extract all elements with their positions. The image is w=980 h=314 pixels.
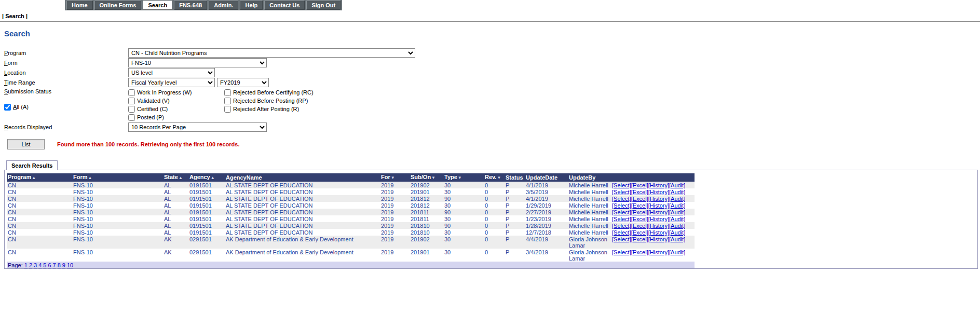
rejected-before-posting-rp-row[interactable]: Rejected Before Posting (RP) (224, 97, 314, 105)
program-select[interactable]: CN - Child Nutrition Programs (128, 48, 415, 58)
column-header-agency[interactable]: Agency▲ (188, 173, 225, 182)
rejected-before-certifying-rc-row[interactable]: Rejected Before Certifying (RC) (224, 88, 314, 97)
audit-link[interactable]: [Audit] (669, 236, 685, 242)
select-link[interactable]: [Select] (612, 229, 631, 236)
history-link[interactable]: [History] (648, 223, 669, 229)
column-header-program[interactable]: Program▲ (7, 173, 72, 182)
history-link[interactable]: [History] (648, 196, 669, 202)
list-button[interactable]: List (7, 139, 45, 149)
select-link[interactable]: [Select] (612, 182, 631, 188)
audit-link[interactable]: [Audit] (669, 223, 685, 229)
validated-v-checkbox[interactable] (128, 98, 135, 104)
cell-rev: 0 (484, 209, 505, 215)
page-link-10[interactable]: 10 (67, 262, 73, 268)
column-header-agencyname[interactable]: AgencyName (225, 173, 380, 182)
rejected-before-certifying-rc-checkbox[interactable] (224, 89, 231, 96)
cell-agency: 0291501 (188, 249, 225, 262)
audit-link[interactable]: [Audit] (669, 209, 685, 215)
location-select[interactable]: US level (128, 68, 215, 77)
select-link[interactable]: [Select] (612, 209, 631, 215)
history-link[interactable]: [History] (648, 202, 669, 209)
time-range-period-select[interactable]: FY2019 (217, 78, 269, 87)
records-displayed-select[interactable]: 10 Records Per Page (128, 122, 267, 132)
form-select[interactable]: FNS-10 (128, 58, 267, 67)
select-link[interactable]: [Select] (612, 196, 631, 202)
posted-p-row[interactable]: Posted (P) (128, 113, 224, 121)
history-link[interactable]: [History] (648, 229, 669, 236)
history-link[interactable]: [History] (648, 209, 669, 215)
posted-p-checkbox[interactable] (128, 114, 135, 121)
page-link-9[interactable]: 9 (62, 262, 65, 268)
excel-link[interactable]: [Excel] (631, 196, 648, 202)
nav-admin-button[interactable]: Admin. (209, 1, 238, 10)
page-link-3[interactable]: 3 (34, 262, 37, 268)
cell-type: 30 (443, 249, 484, 262)
audit-link[interactable]: [Audit] (669, 189, 685, 195)
page-link-7[interactable]: 7 (53, 262, 56, 268)
validated-v-row[interactable]: Validated (V) (128, 97, 224, 105)
excel-link[interactable]: [Excel] (631, 223, 648, 229)
history-link[interactable]: [History] (648, 249, 669, 255)
select-link[interactable]: [Select] (612, 249, 631, 255)
select-link[interactable]: [Select] (612, 223, 631, 229)
select-link[interactable]: [Select] (612, 216, 631, 222)
column-header-updateby[interactable]: UpdateBy (568, 173, 611, 182)
column-header-type[interactable]: Type▼ (443, 173, 484, 182)
all-checkbox-row[interactable]: All (A) (4, 103, 128, 111)
page-link-4[interactable]: 4 (38, 262, 42, 268)
select-link[interactable]: [Select] (612, 236, 631, 242)
nav-fns-648-button[interactable]: FNS-648 (174, 1, 207, 10)
page-link-2[interactable]: 2 (29, 262, 32, 268)
history-link[interactable]: [History] (648, 182, 669, 188)
page-link-1[interactable]: 1 (24, 262, 28, 268)
column-header-form[interactable]: Form▲ (72, 173, 163, 182)
work-in-progress-w-checkbox[interactable] (128, 89, 135, 96)
cell-type: 90 (443, 222, 484, 229)
time-range-level-select[interactable]: Fiscal Yearly level (128, 78, 215, 87)
all-checkbox[interactable] (4, 104, 11, 111)
nav-contact-us-button[interactable]: Contact Us (264, 1, 305, 10)
nav-help-button[interactable]: Help (240, 1, 263, 10)
excel-link[interactable]: [Excel] (631, 236, 648, 242)
excel-link[interactable]: [Excel] (631, 189, 648, 195)
column-header-state[interactable]: State▲ (163, 173, 188, 182)
audit-link[interactable]: [Audit] (669, 216, 685, 222)
nav-sign-out-button[interactable]: Sign Out (306, 1, 341, 10)
select-link[interactable]: [Select] (612, 202, 631, 209)
audit-link[interactable]: [Audit] (669, 229, 685, 236)
column-header-for[interactable]: For▼ (380, 173, 410, 182)
page-link-6[interactable]: 6 (48, 262, 51, 268)
nav-online-forms-button[interactable]: Online Forms (94, 1, 142, 10)
excel-link[interactable]: [Excel] (631, 229, 648, 236)
excel-link[interactable]: [Excel] (631, 182, 648, 188)
column-header-updatedate[interactable]: UpdateDate (525, 173, 568, 182)
cell-for-year: 2019 (380, 215, 410, 222)
audit-link[interactable]: [Audit] (669, 249, 685, 255)
certified-c-checkbox[interactable] (128, 106, 135, 113)
column-header-rev[interactable]: Rev.▼ (484, 173, 505, 182)
excel-link[interactable]: [Excel] (631, 249, 648, 255)
rejected-after-posting-r-row[interactable]: Rejected After Posting (R) (224, 105, 314, 113)
excel-link[interactable]: [Excel] (631, 209, 648, 215)
page-link-5[interactable]: 5 (43, 262, 46, 268)
excel-link[interactable]: [Excel] (631, 216, 648, 222)
certified-c-row[interactable]: Certified (C) (128, 105, 224, 113)
search-results-tab[interactable]: Search Results (6, 160, 58, 170)
rejected-after-posting-r-checkbox[interactable] (224, 106, 231, 113)
excel-link[interactable]: [Excel] (631, 202, 648, 209)
nav-home-button[interactable]: Home (66, 1, 93, 10)
cell-program: CN (7, 249, 72, 262)
work-in-progress-w-row[interactable]: Work In Progress (W) (128, 88, 224, 97)
rejected-before-posting-rp-checkbox[interactable] (224, 98, 231, 104)
audit-link[interactable]: [Audit] (669, 196, 685, 202)
column-header-status[interactable]: Status (505, 173, 525, 182)
nav-search-button[interactable]: Search (143, 1, 172, 10)
history-link[interactable]: [History] (648, 236, 669, 242)
audit-link[interactable]: [Audit] (669, 202, 685, 209)
history-link[interactable]: [History] (648, 189, 669, 195)
select-link[interactable]: [Select] (612, 189, 631, 195)
column-header-sub-on[interactable]: Sub/On▼ (410, 173, 443, 182)
audit-link[interactable]: [Audit] (669, 182, 685, 188)
page-link-8[interactable]: 8 (58, 262, 61, 268)
history-link[interactable]: [History] (648, 216, 669, 222)
